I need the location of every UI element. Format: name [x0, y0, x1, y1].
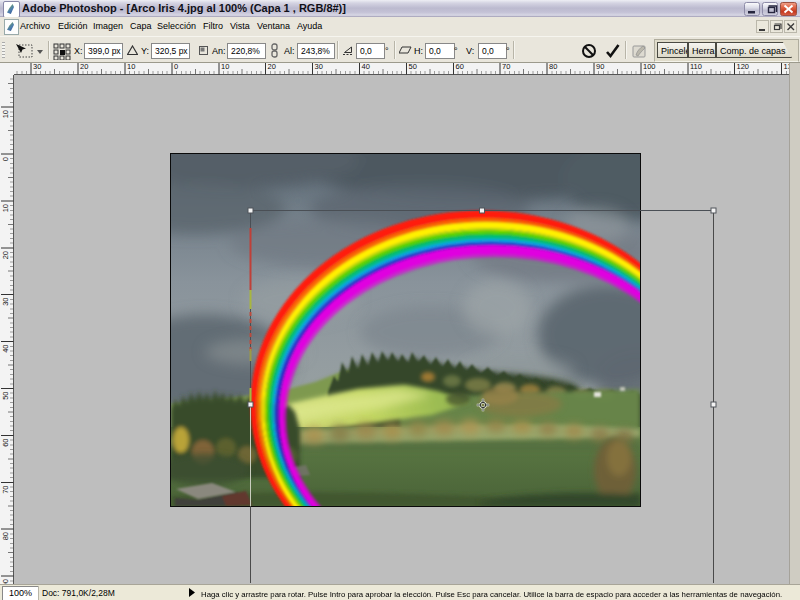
svg-text:0: 0	[1, 157, 10, 161]
svg-text:40: 40	[1, 345, 10, 353]
svg-text:80: 80	[1, 532, 10, 540]
svg-text:20: 20	[1, 251, 10, 259]
svg-text:10: 10	[1, 204, 10, 212]
svg-text:30: 30	[1, 298, 10, 306]
svg-text:60: 60	[1, 439, 10, 447]
svg-text:10: 10	[1, 110, 10, 118]
svg-text:50: 50	[1, 392, 10, 400]
svg-text:70: 70	[1, 486, 10, 494]
